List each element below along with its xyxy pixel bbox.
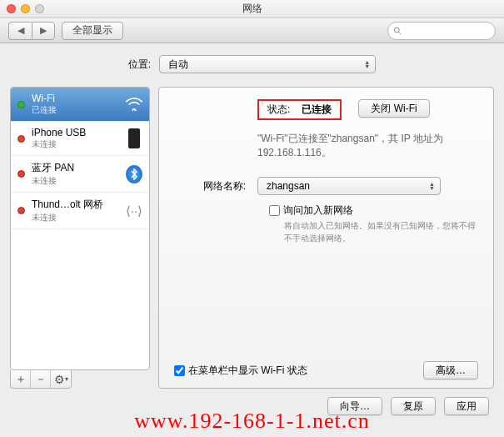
- status-label: 状态:: [267, 103, 290, 117]
- revert-button[interactable]: 复原: [391, 397, 436, 415]
- location-dropdown[interactable]: 自动 ▲▼: [159, 55, 376, 73]
- service-status: 未连接: [32, 212, 119, 224]
- service-name: Thund…olt 网桥: [32, 198, 119, 212]
- search-input[interactable]: [406, 26, 491, 36]
- sidebar-controls: ＋ － ⚙▾: [10, 370, 72, 389]
- toggle-wifi-button[interactable]: 关闭 Wi-Fi: [358, 99, 429, 118]
- service-list: Wi-Fi 已连接 iPhone USB 未连接 蓝牙 PAN: [10, 87, 150, 370]
- back-button[interactable]: ◀: [8, 22, 32, 40]
- location-value: 自动: [168, 58, 188, 72]
- network-name-label: 网络名称:: [174, 177, 257, 193]
- show-menubar-checkbox[interactable]: 在菜单栏中显示 Wi-Fi 状态: [174, 364, 307, 378]
- location-label: 位置:: [128, 58, 151, 72]
- network-name-value: zhangsan: [267, 180, 310, 192]
- bluetooth-icon: [126, 163, 142, 186]
- chevron-updown-icon: ▲▼: [429, 182, 435, 190]
- search-icon: [393, 26, 402, 36]
- service-name: Wi-Fi: [32, 93, 119, 104]
- service-item-thunderbolt-bridge[interactable]: Thund…olt 网桥 未连接 ⟨··⟩: [11, 193, 149, 229]
- assist-button[interactable]: 向导…: [327, 397, 382, 415]
- service-item-bluetooth-pan[interactable]: 蓝牙 PAN 未连接: [11, 156, 149, 193]
- ask-join-label: 询问加入新网络: [283, 203, 353, 218]
- ask-join-input[interactable]: [269, 205, 280, 216]
- service-item-iphone-usb[interactable]: iPhone USB 未连接: [11, 122, 149, 156]
- advanced-button[interactable]: 高级…: [423, 361, 478, 379]
- footer: 向导… 复原 应用: [0, 389, 504, 415]
- location-row: 位置: 自动 ▲▼: [0, 55, 504, 73]
- status-dot-icon: [17, 101, 25, 108]
- service-status: 已连接: [32, 104, 119, 116]
- service-name: 蓝牙 PAN: [32, 161, 119, 175]
- window-title: 网络: [0, 2, 504, 16]
- add-service-button[interactable]: ＋: [11, 370, 31, 388]
- service-status: 未连接: [32, 175, 119, 187]
- titlebar: 网络: [0, 0, 504, 18]
- service-status: 未连接: [32, 138, 119, 150]
- nav-segment: ◀ ▶: [8, 22, 55, 40]
- wifi-icon: [126, 93, 142, 116]
- search-field[interactable]: [387, 22, 496, 40]
- show-menubar-label: 在菜单栏中显示 Wi-Fi 状态: [188, 364, 307, 378]
- ask-join-note: 将自动加入已知网络。如果没有已知网络，您将不得不手动选择网络。: [284, 219, 476, 244]
- show-menubar-input[interactable]: [174, 365, 185, 376]
- apply-button[interactable]: 应用: [444, 397, 489, 415]
- phone-icon: [126, 127, 142, 150]
- network-name-dropdown[interactable]: zhangsan ▲▼: [257, 177, 441, 195]
- status-value: 已连接: [302, 103, 332, 117]
- service-name: iPhone USB: [32, 127, 119, 138]
- status-dot-icon: [17, 170, 25, 178]
- status-dot-icon: [17, 207, 25, 214]
- main-panel: 状态: 已连接 关闭 Wi-Fi "Wi-Fi"已连接至"zhangsan"，其…: [158, 87, 494, 389]
- remove-service-button[interactable]: －: [31, 370, 51, 388]
- sidebar: Wi-Fi 已连接 iPhone USB 未连接 蓝牙 PAN: [10, 87, 150, 389]
- forward-button[interactable]: ▶: [32, 22, 55, 40]
- svg-line-1: [399, 32, 402, 34]
- toolbar: ◀ ▶ 全部显示: [0, 18, 504, 43]
- status-note: "Wi-Fi"已连接至"zhangsan"，其 IP 地址为 192.168.1…: [257, 132, 478, 160]
- show-all-button[interactable]: 全部显示: [62, 22, 123, 40]
- service-item-wifi[interactable]: Wi-Fi 已连接: [11, 88, 149, 122]
- chevron-updown-icon: ▲▼: [364, 60, 370, 68]
- ask-join-checkbox[interactable]: 询问加入新网络: [269, 203, 478, 218]
- gear-icon[interactable]: ⚙▾: [51, 370, 71, 388]
- svg-point-0: [394, 28, 399, 33]
- status-dot-icon: [17, 135, 25, 143]
- status-highlight: 状态: 已连接: [257, 99, 342, 120]
- thunderbolt-bridge-icon: ⟨··⟩: [126, 199, 142, 223]
